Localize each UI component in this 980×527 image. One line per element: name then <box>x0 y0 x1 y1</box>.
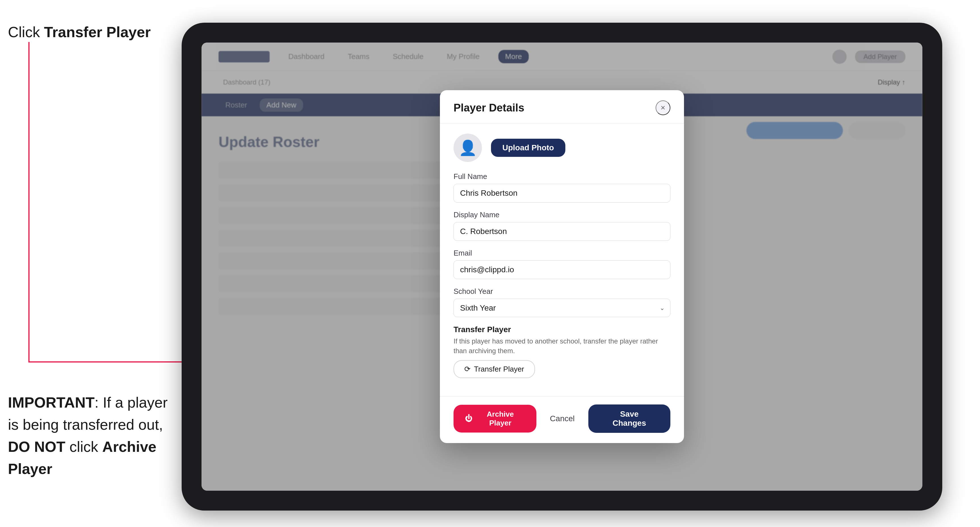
tablet-screen: Dashboard Teams Schedule My Profile More… <box>202 43 923 491</box>
display-name-group: Display Name <box>453 211 670 241</box>
modal-header: Player Details × <box>440 90 684 123</box>
transfer-btn-label: Transfer Player <box>474 365 524 373</box>
instruction-important: IMPORTANT <box>8 394 94 411</box>
full-name-label: Full Name <box>453 172 670 181</box>
modal-title: Player Details <box>453 102 524 114</box>
email-group: Email <box>453 249 670 279</box>
avatar-icon: 👤 <box>459 139 477 157</box>
instruction-bottom: IMPORTANT: If a player is being transfer… <box>8 391 173 480</box>
full-name-input[interactable] <box>453 184 670 203</box>
archive-btn-label: Archive Player <box>476 410 525 427</box>
avatar-circle: 👤 <box>453 133 482 162</box>
instruction-bottom-suffix: click <box>65 438 102 455</box>
email-input[interactable] <box>453 260 670 279</box>
transfer-section-label: Transfer Player <box>453 325 670 334</box>
archive-icon: ⏻ <box>465 414 472 423</box>
cancel-button[interactable]: Cancel <box>543 409 582 428</box>
modal-body: 👤 Upload Photo Full Name Display Name <box>440 123 684 396</box>
archive-player-button[interactable]: ⏻ Archive Player <box>453 405 536 433</box>
full-name-group: Full Name <box>453 172 670 203</box>
school-year-select[interactable]: First Year Second Year Third Year Fourth… <box>453 298 670 317</box>
upload-photo-button[interactable]: Upload Photo <box>491 139 565 157</box>
save-changes-button[interactable]: Save Changes <box>588 405 670 433</box>
school-year-select-wrapper: First Year Second Year Third Year Fourth… <box>453 298 670 317</box>
instruction-top: Click Transfer Player <box>8 23 151 42</box>
annotation-line-vertical <box>29 42 30 362</box>
display-name-input[interactable] <box>453 222 670 241</box>
transfer-icon: ⟳ <box>464 365 471 373</box>
school-year-group: School Year First Year Second Year Third… <box>453 287 670 317</box>
transfer-description: If this player has moved to another scho… <box>453 337 670 356</box>
instruction-bold: Transfer Player <box>44 24 151 40</box>
transfer-player-section: Transfer Player If this player has moved… <box>453 325 670 378</box>
player-details-modal: Player Details × 👤 Upload Photo Full Nam <box>440 90 684 443</box>
avatar-section: 👤 Upload Photo <box>453 133 670 162</box>
email-label: Email <box>453 249 670 257</box>
modal-overlay: Player Details × 👤 Upload Photo Full Nam <box>202 43 923 491</box>
instruction-do-not: DO NOT <box>8 438 65 455</box>
transfer-player-button[interactable]: ⟳ Transfer Player <box>453 360 535 378</box>
school-year-label: School Year <box>453 287 670 296</box>
display-name-label: Display Name <box>453 211 670 219</box>
tablet-device: Dashboard Teams Schedule My Profile More… <box>181 23 942 511</box>
modal-footer: ⏻ Archive Player Cancel Save Changes <box>440 396 684 443</box>
instruction-prefix: Click <box>8 24 44 40</box>
modal-close-button[interactable]: × <box>655 100 670 115</box>
